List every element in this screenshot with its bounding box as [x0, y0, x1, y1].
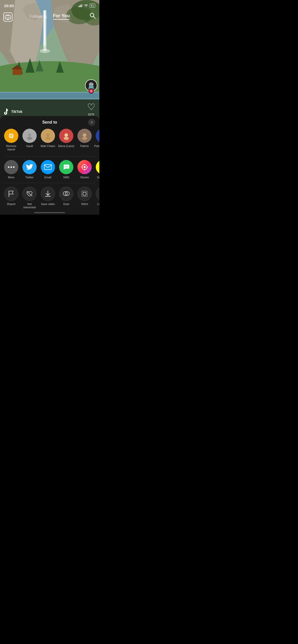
- tiktok-icon: [3, 108, 10, 115]
- svg-rect-16: [13, 69, 22, 75]
- svg-rect-24: [78, 6, 79, 7]
- patrick-name: Patrick: [80, 144, 89, 148]
- signal-icon: [78, 4, 83, 7]
- svg-point-54: [82, 137, 87, 140]
- live-photo-icon: [96, 187, 99, 201]
- save-video-label: Save video: [41, 202, 55, 206]
- report-label: Report: [7, 202, 15, 206]
- svg-rect-79: [82, 191, 87, 197]
- svg-point-78: [65, 192, 67, 196]
- svg-rect-43: [89, 86, 93, 88]
- svg-point-48: [45, 137, 50, 140]
- svg-point-53: [83, 133, 86, 137]
- divider-1: [4, 156, 95, 156]
- stories-label: Stories: [80, 176, 89, 179]
- nav-foryou[interactable]: For You: [53, 13, 70, 20]
- matt-name: Matt Chiaro: [41, 144, 55, 148]
- app-sms[interactable]: SMS: [57, 160, 75, 179]
- app-more[interactable]: More: [2, 160, 20, 179]
- status-time: 10:03: [4, 4, 14, 8]
- app-twitter[interactable]: Twitter: [20, 160, 39, 179]
- follow-plus-button[interactable]: +: [89, 89, 94, 94]
- bottom-sheet: Send to ✕ Remove repost: [0, 116, 99, 215]
- svg-rect-32: [7, 19, 9, 20]
- svg-rect-80: [83, 192, 86, 195]
- tiktok-text: TikTok: [11, 110, 22, 114]
- svg-point-64: [67, 167, 68, 167]
- more-label: More: [8, 176, 14, 179]
- app-snapchat[interactable]: Snapchat: [94, 160, 99, 179]
- not-interested-icon: [22, 187, 37, 201]
- duet-label: Duet: [63, 202, 69, 206]
- status-bar: 10:03 81: [0, 0, 99, 11]
- more-icon-circle: [4, 160, 18, 174]
- contact-elena[interactable]: Elena (Lane): [57, 129, 75, 151]
- svg-point-58: [8, 166, 9, 168]
- email-label: Email: [44, 176, 51, 179]
- action-stitch[interactable]: Stitch: [75, 187, 94, 209]
- twitter-icon-circle: [22, 160, 37, 174]
- right-actions: + ♡ 257K: [85, 79, 97, 116]
- contact-matt[interactable]: Matt Chiaro: [39, 129, 57, 151]
- sms-label: SMS: [63, 176, 69, 179]
- sms-icon-circle: [59, 160, 73, 174]
- action-duet[interactable]: Duet: [57, 187, 75, 209]
- svg-rect-25: [79, 5, 80, 7]
- snapchat-icon-circle: [96, 160, 99, 174]
- svg-point-60: [13, 166, 15, 168]
- svg-line-35: [93, 17, 96, 19]
- actions-row: Report Not interested Save video: [0, 187, 99, 209]
- peter-name: Peter H. Szpy: [94, 144, 99, 148]
- svg-rect-19: [0, 93, 99, 98]
- app-stories[interactable]: + Stories: [75, 160, 94, 179]
- heart-icon: ♡: [87, 102, 95, 112]
- action-report[interactable]: Report: [2, 187, 20, 209]
- svg-text:LIVE: LIVE: [6, 17, 10, 18]
- squill-name: Squill: [26, 144, 33, 148]
- search-button[interactable]: [89, 12, 96, 20]
- contact-remove-repost[interactable]: Remove repost: [2, 129, 20, 151]
- like-button[interactable]: ♡ 257K: [87, 102, 95, 116]
- svg-point-59: [10, 166, 12, 168]
- battery-icon: 81: [90, 4, 95, 8]
- svg-point-41: [90, 84, 90, 85]
- svg-point-45: [27, 137, 32, 140]
- repost-avatar: [4, 129, 18, 143]
- action-save-video[interactable]: Save video: [39, 187, 57, 209]
- email-icon-circle: [41, 160, 55, 174]
- status-icons: 81: [78, 4, 95, 8]
- nav-following[interactable]: Following: [30, 14, 47, 19]
- app-email[interactable]: Email: [39, 160, 57, 179]
- save-icon: [41, 187, 55, 201]
- svg-point-9: [40, 49, 50, 53]
- svg-rect-27: [82, 4, 83, 7]
- elena-name: Elena (Lane): [58, 144, 74, 148]
- home-indicator: [34, 212, 65, 213]
- divider-2: [4, 183, 95, 183]
- close-button[interactable]: ✕: [88, 119, 95, 126]
- live-photo-label: Live ph...: [97, 202, 99, 206]
- svg-point-47: [46, 133, 50, 137]
- live-button[interactable]: LIVE: [3, 12, 13, 23]
- contact-peter[interactable]: Peter H. Szpy: [94, 129, 99, 151]
- svg-rect-61: [44, 165, 51, 170]
- svg-point-62: [65, 167, 65, 167]
- patrick-avatar: [77, 129, 92, 143]
- svg-point-66: [84, 166, 86, 168]
- contact-squill[interactable]: Squill: [20, 129, 39, 151]
- contact-patrick[interactable]: Patrick: [75, 129, 94, 151]
- peter-avatar: [96, 129, 99, 143]
- duet-icon: [59, 187, 73, 201]
- svg-point-44: [28, 133, 31, 137]
- action-not-interested[interactable]: Not interested: [20, 187, 39, 209]
- svg-point-63: [66, 167, 67, 167]
- snapchat-label: Snapchat: [97, 176, 99, 179]
- svg-point-50: [64, 133, 68, 137]
- svg-point-51: [64, 137, 69, 140]
- svg-rect-26: [81, 5, 82, 7]
- svg-point-55: [99, 132, 99, 140]
- contacts-row: Remove repost Squill Matt Chiaro: [0, 129, 99, 151]
- action-live-photo[interactable]: Live ph...: [94, 187, 99, 209]
- stories-icon-circle: +: [77, 160, 92, 174]
- creator-avatar-container[interactable]: +: [85, 79, 97, 92]
